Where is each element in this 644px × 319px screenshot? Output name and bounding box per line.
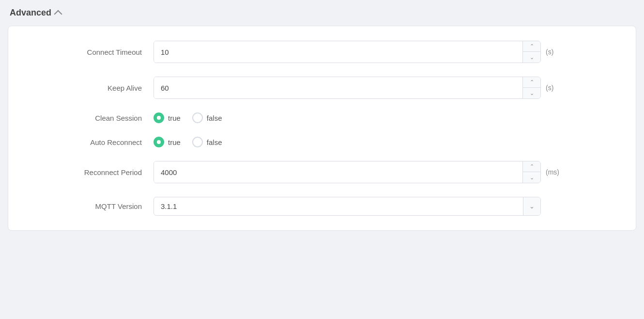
keep-alive-input-wrapper: ⌃ ⌄ — [153, 77, 541, 99]
connect-timeout-row: Connect Timeout ⌃ ⌄ (s) — [28, 41, 616, 63]
mqtt-version-value: 3.1.1 — [154, 197, 523, 215]
collapse-icon[interactable] — [54, 10, 62, 18]
section-title: Advanced — [10, 8, 51, 18]
reconnect-period-up[interactable]: ⌃ — [523, 161, 540, 172]
auto-reconnect-label: Auto Reconnect — [28, 138, 153, 146]
keep-alive-label: Keep Alive — [28, 84, 153, 92]
auto-reconnect-true-option[interactable]: true — [153, 137, 181, 147]
reconnect-period-label: Reconnect Period — [28, 168, 153, 176]
keep-alive-unit: (s) — [546, 84, 563, 92]
auto-reconnect-false-label: false — [207, 138, 222, 146]
section-header: Advanced — [8, 8, 636, 18]
connect-timeout-label: Connect Timeout — [28, 48, 153, 56]
reconnect-period-row: Reconnect Period ⌃ ⌄ (ms) — [28, 161, 616, 183]
reconnect-period-input-wrapper: ⌃ ⌄ — [153, 161, 541, 183]
keep-alive-input[interactable] — [154, 77, 522, 98]
connect-timeout-input-wrapper: ⌃ ⌄ — [153, 41, 541, 63]
down-icon: ⌄ — [530, 54, 534, 61]
chevron-down-icon: ⌄ — [529, 203, 535, 210]
auto-reconnect-false-radio[interactable] — [192, 137, 203, 147]
clean-session-true-label: true — [168, 114, 181, 122]
up-icon: ⌃ — [530, 43, 534, 49]
keep-alive-down[interactable]: ⌄ — [523, 88, 540, 98]
mqtt-version-select-wrapper: 3.1.1 ⌄ — [153, 197, 541, 216]
mqtt-version-dropdown-btn[interactable]: ⌄ — [523, 197, 540, 215]
connect-timeout-input[interactable] — [154, 41, 522, 63]
reconnect-period-spinner: ⌃ ⌄ — [522, 161, 540, 183]
clean-session-row: Clean Session true false — [28, 112, 616, 123]
clean-session-label: Clean Session — [28, 114, 153, 122]
clean-session-false-option[interactable]: false — [192, 112, 222, 123]
auto-reconnect-true-label: true — [168, 138, 181, 146]
reconnect-period-down[interactable]: ⌄ — [523, 172, 540, 183]
connect-timeout-up[interactable]: ⌃ — [523, 41, 540, 52]
clean-session-false-radio[interactable] — [192, 112, 203, 123]
down-icon: ⌄ — [530, 175, 534, 181]
advanced-section: Advanced Connect Timeout ⌃ ⌄ (s) K — [8, 8, 636, 231]
clean-session-true-option[interactable]: true — [153, 112, 181, 123]
auto-reconnect-true-radio[interactable] — [153, 137, 164, 147]
connect-timeout-spinner: ⌃ ⌄ — [522, 41, 540, 63]
keep-alive-spinner: ⌃ ⌄ — [522, 77, 540, 98]
keep-alive-up[interactable]: ⌃ — [523, 77, 540, 88]
up-icon: ⌃ — [530, 79, 534, 85]
advanced-card: Connect Timeout ⌃ ⌄ (s) Keep Alive — [8, 26, 636, 231]
auto-reconnect-false-option[interactable]: false — [192, 137, 222, 147]
connect-timeout-down[interactable]: ⌄ — [523, 52, 540, 63]
reconnect-period-unit: (ms) — [546, 168, 563, 176]
keep-alive-row: Keep Alive ⌃ ⌄ (s) — [28, 77, 616, 99]
mqtt-version-row: MQTT Version 3.1.1 ⌄ — [28, 197, 616, 216]
clean-session-true-radio[interactable] — [153, 112, 164, 123]
reconnect-period-input[interactable] — [154, 161, 522, 183]
down-icon: ⌄ — [530, 90, 534, 96]
clean-session-false-label: false — [207, 114, 222, 122]
up-icon: ⌃ — [530, 163, 534, 170]
connect-timeout-unit: (s) — [546, 48, 563, 56]
mqtt-version-label: MQTT Version — [28, 202, 153, 210]
auto-reconnect-row: Auto Reconnect true false — [28, 137, 616, 147]
auto-reconnect-radio-group: true false — [153, 137, 616, 147]
clean-session-radio-group: true false — [153, 112, 616, 123]
